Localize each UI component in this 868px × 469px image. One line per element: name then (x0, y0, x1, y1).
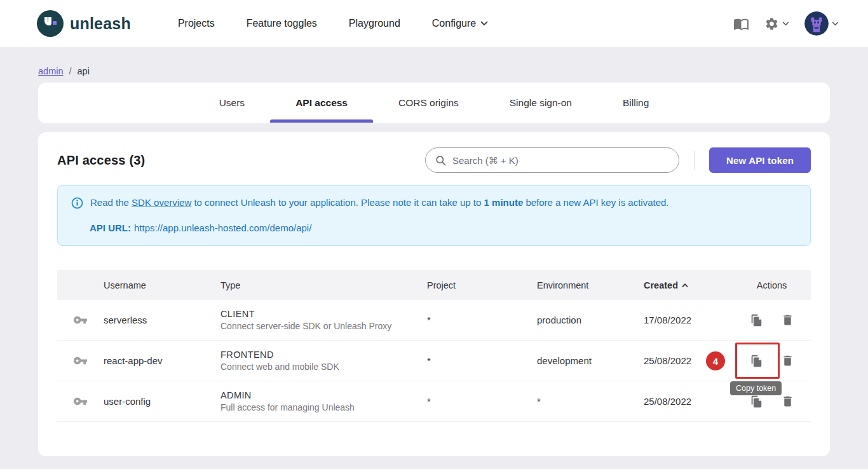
trash-icon (781, 395, 794, 408)
alert-text: Read the SDK overview to connect Unleash… (90, 196, 669, 209)
key-icon (73, 313, 88, 327)
page-title: API access (3) (57, 153, 145, 168)
token-created-date: 25/08/2022 (644, 396, 733, 407)
table-header-row: Username Type Project Environment Create… (57, 270, 811, 300)
nav-configure[interactable]: Configure (432, 18, 488, 29)
copy-icon (749, 354, 763, 368)
brand-name: unleash (70, 15, 131, 33)
table-row: serverless CLIENTConnect server-side SDK… (57, 300, 811, 341)
sdk-info-alert: Read the SDK overview to connect Unleash… (57, 185, 811, 246)
nav-playground[interactable]: Playground (349, 18, 400, 29)
copy-icon (749, 313, 763, 327)
token-type-description: Connect server-side SDK or Unleash Proxy (220, 321, 427, 331)
col-type[interactable]: Type (220, 280, 427, 290)
token-type: CLIENT (220, 309, 427, 319)
gear-icon (764, 17, 779, 31)
sdk-overview-link[interactable]: SDK overview (132, 197, 191, 208)
token-environment: * (537, 396, 644, 407)
api-url-line: API URL:https://app.unleash-hosted.com/d… (90, 221, 797, 234)
token-type-description: Full access for managing Unleash (220, 402, 427, 412)
token-username: react-app-dev (104, 355, 220, 366)
copy-token-button[interactable] (749, 313, 764, 328)
breadcrumb-admin-link[interactable]: admin (38, 66, 64, 76)
tab-billing[interactable]: Billing (597, 83, 674, 123)
api-tokens-table: Username Type Project Environment Create… (57, 270, 811, 422)
breadcrumb-current: api (78, 66, 90, 76)
table-row: react-app-dev FRONTENDConnect web and mo… (57, 341, 811, 381)
nav-projects[interactable]: Projects (178, 18, 215, 29)
user-menu-button[interactable] (804, 11, 839, 36)
delete-token-button[interactable] (780, 313, 795, 328)
book-icon (733, 16, 749, 32)
token-type: ADMIN (220, 390, 427, 400)
copy-icon (749, 395, 763, 409)
token-type-description: Connect web and mobile SDK (220, 362, 427, 372)
tab-single-sign-on[interactable]: Single sign-on (484, 83, 597, 123)
info-icon (71, 196, 84, 210)
new-api-token-button[interactable]: New API token (709, 147, 811, 173)
col-environment[interactable]: Environment (537, 280, 644, 290)
avatar (804, 11, 829, 36)
unleash-logo-icon (37, 10, 64, 37)
breadcrumb-separator: / (69, 66, 72, 76)
col-username[interactable]: Username (104, 280, 220, 290)
chevron-down-icon (480, 21, 488, 26)
top-navigation-bar: unleash Projects Feature toggles Playgro… (0, 0, 868, 47)
token-type: FRONTEND (220, 350, 427, 360)
documentation-button[interactable] (733, 16, 749, 32)
token-created-date: 17/08/2022 (644, 315, 733, 325)
search-icon (435, 154, 447, 167)
key-icon (73, 353, 88, 368)
header-divider (694, 151, 695, 170)
delete-token-button[interactable] (780, 353, 795, 369)
key-icon (73, 394, 88, 409)
col-created-sorted[interactable]: Created (644, 280, 733, 290)
token-environment: production (537, 315, 644, 325)
token-username: user-config (104, 396, 220, 407)
tab-users[interactable]: Users (194, 83, 270, 123)
api-access-panel: API access (3) New API token Read the SD… (38, 132, 830, 456)
nav-feature-toggles[interactable]: Feature toggles (247, 18, 317, 29)
token-username: serverless (104, 315, 220, 325)
active-tab-indicator (270, 119, 373, 123)
token-project: * (427, 315, 537, 325)
table-row: user-config ADMINFull access for managin… (57, 381, 811, 422)
tab-cors-origins[interactable]: CORS origins (373, 83, 484, 123)
delete-token-button[interactable] (780, 394, 795, 409)
api-url-value: https://app.unleash-hosted.com/demo/api/ (134, 222, 311, 233)
search-input[interactable] (452, 155, 670, 166)
admin-tabs: Users API access CORS origins Single sig… (38, 83, 830, 123)
trash-icon (781, 354, 794, 367)
token-environment: development (537, 355, 644, 366)
tab-api-access[interactable]: API access (270, 83, 373, 123)
search-box[interactable] (425, 147, 679, 173)
copy-token-button[interactable] (749, 353, 764, 369)
breadcrumb: admin / api (0, 47, 868, 83)
token-project: * (427, 396, 537, 407)
annotation-step-badge: 4 (706, 351, 725, 370)
col-project[interactable]: Project (427, 280, 537, 290)
chevron-down-icon (832, 22, 839, 26)
settings-menu-button[interactable] (764, 17, 789, 31)
copy-token-tooltip: Copy token (730, 381, 782, 395)
chevron-down-icon (782, 22, 789, 26)
trash-icon (781, 313, 794, 327)
col-actions: Actions (733, 280, 811, 290)
sort-ascending-icon (681, 281, 689, 290)
token-project: * (427, 355, 537, 366)
copy-token-button[interactable] (749, 394, 764, 409)
api-url-label: API URL: (90, 222, 131, 233)
main-nav: Projects Feature toggles Playground Conf… (178, 18, 488, 29)
unleash-logo[interactable]: unleash (37, 10, 131, 37)
